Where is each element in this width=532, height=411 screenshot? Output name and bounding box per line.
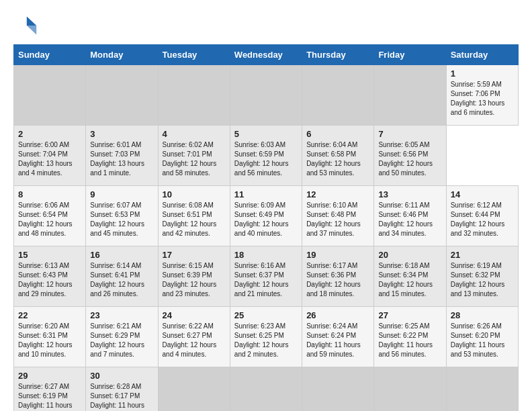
calendar-week-row: 1Sunrise: 5:59 AM Sunset: 7:06 PM Daylig… [14, 65, 519, 126]
calendar-week-row: 2Sunrise: 6:00 AM Sunset: 7:04 PM Daylig… [14, 126, 519, 186]
day-number: 11 [234, 189, 298, 199]
calendar-cell [158, 367, 230, 412]
header-row: SundayMondayTuesdayWednesdayThursdayFrid… [14, 45, 519, 65]
cell-content: Sunrise: 6:02 AM Sunset: 7:01 PM Dayligh… [163, 140, 226, 178]
calendar-cell [230, 65, 302, 126]
cell-content: Sunrise: 6:07 AM Sunset: 6:53 PM Dayligh… [90, 201, 153, 238]
cell-content: Sunrise: 6:10 AM Sunset: 6:48 PM Dayligh… [306, 201, 369, 238]
calendar-cell: 27Sunrise: 6:25 AM Sunset: 6:22 PM Dayli… [374, 307, 446, 367]
cell-content: Sunrise: 6:08 AM Sunset: 6:51 PM Dayligh… [163, 201, 226, 238]
calendar-cell: 29Sunrise: 6:27 AM Sunset: 6:19 PM Dayli… [14, 367, 86, 412]
logo-icon [13, 13, 38, 38]
svg-marker-0 [27, 17, 36, 26]
header [13, 13, 519, 38]
calendar-cell: 26Sunrise: 6:24 AM Sunset: 6:24 PM Dayli… [302, 307, 374, 367]
calendar-cell: 4Sunrise: 6:02 AM Sunset: 7:01 PM Daylig… [158, 126, 230, 186]
cell-content: Sunrise: 6:05 AM Sunset: 6:56 PM Dayligh… [378, 140, 441, 178]
cell-content: Sunrise: 6:24 AM Sunset: 6:24 PM Dayligh… [306, 322, 369, 359]
calendar-week-row: 8Sunrise: 6:06 AM Sunset: 6:54 PM Daylig… [14, 186, 519, 246]
day-number: 16 [90, 250, 153, 260]
header-day: Friday [374, 45, 446, 65]
day-number: 10 [163, 189, 226, 199]
cell-content: Sunrise: 6:15 AM Sunset: 6:39 PM Dayligh… [163, 261, 226, 299]
calendar-cell: 6Sunrise: 6:04 AM Sunset: 6:58 PM Daylig… [302, 126, 374, 186]
calendar-cell [302, 65, 374, 126]
cell-content: Sunrise: 6:09 AM Sunset: 6:49 PM Dayligh… [234, 201, 298, 238]
calendar-cell: 17Sunrise: 6:15 AM Sunset: 6:39 PM Dayli… [158, 246, 230, 307]
day-number: 28 [451, 310, 514, 320]
cell-content: Sunrise: 6:26 AM Sunset: 6:20 PM Dayligh… [451, 322, 514, 359]
day-number: 24 [163, 310, 226, 320]
calendar-cell [14, 65, 86, 126]
day-number: 14 [451, 189, 514, 199]
cell-content: Sunrise: 6:00 AM Sunset: 7:04 PM Dayligh… [18, 140, 81, 178]
calendar-cell: 24Sunrise: 6:22 AM Sunset: 6:27 PM Dayli… [158, 307, 230, 367]
calendar-cell: 5Sunrise: 6:03 AM Sunset: 6:59 PM Daylig… [230, 126, 302, 186]
day-number: 22 [18, 310, 81, 320]
day-number: 26 [306, 310, 369, 320]
cell-content: Sunrise: 6:03 AM Sunset: 6:59 PM Dayligh… [234, 140, 298, 178]
calendar-cell: 12Sunrise: 6:10 AM Sunset: 6:48 PM Dayli… [302, 186, 374, 246]
day-number: 21 [451, 250, 514, 260]
day-number: 9 [90, 189, 153, 199]
calendar-cell: 10Sunrise: 6:08 AM Sunset: 6:51 PM Dayli… [158, 186, 230, 246]
header-day: Thursday [302, 45, 374, 65]
calendar-cell: 14Sunrise: 6:12 AM Sunset: 6:44 PM Dayli… [446, 186, 518, 246]
calendar-cell: 13Sunrise: 6:11 AM Sunset: 6:46 PM Dayli… [374, 186, 446, 246]
calendar-week-row: 15Sunrise: 6:13 AM Sunset: 6:43 PM Dayli… [14, 246, 519, 307]
calendar-cell: 25Sunrise: 6:23 AM Sunset: 6:25 PM Dayli… [230, 307, 302, 367]
day-number: 20 [378, 250, 441, 260]
calendar-cell [374, 65, 446, 126]
cell-content: Sunrise: 6:21 AM Sunset: 6:29 PM Dayligh… [90, 322, 153, 359]
calendar-week-row: 29Sunrise: 6:27 AM Sunset: 6:19 PM Dayli… [14, 367, 519, 412]
day-number: 15 [18, 250, 81, 260]
cell-content: Sunrise: 6:12 AM Sunset: 6:44 PM Dayligh… [451, 201, 514, 238]
day-number: 5 [234, 129, 298, 139]
cell-content: Sunrise: 6:27 AM Sunset: 6:19 PM Dayligh… [18, 382, 81, 411]
calendar-cell: 28Sunrise: 6:26 AM Sunset: 6:20 PM Dayli… [446, 307, 518, 367]
day-number: 13 [378, 189, 441, 199]
day-number: 8 [18, 189, 81, 199]
day-number: 30 [90, 371, 153, 381]
calendar-cell: 16Sunrise: 6:14 AM Sunset: 6:41 PM Dayli… [86, 246, 158, 307]
cell-content: Sunrise: 6:13 AM Sunset: 6:43 PM Dayligh… [18, 261, 81, 299]
calendar-cell: 30Sunrise: 6:28 AM Sunset: 6:17 PM Dayli… [86, 367, 158, 412]
svg-marker-1 [27, 26, 36, 35]
calendar-week-row: 22Sunrise: 6:20 AM Sunset: 6:31 PM Dayli… [14, 307, 519, 367]
calendar-cell: 9Sunrise: 6:07 AM Sunset: 6:53 PM Daylig… [86, 186, 158, 246]
calendar-cell [374, 367, 446, 412]
calendar-cell: 22Sunrise: 6:20 AM Sunset: 6:31 PM Dayli… [14, 307, 86, 367]
cell-content: Sunrise: 6:04 AM Sunset: 6:58 PM Dayligh… [306, 140, 369, 178]
calendar-cell [158, 65, 230, 126]
day-number: 2 [18, 129, 81, 139]
cell-content: Sunrise: 6:18 AM Sunset: 6:34 PM Dayligh… [378, 261, 441, 299]
header-day: Tuesday [158, 45, 230, 65]
header-day: Sunday [14, 45, 86, 65]
cell-content: Sunrise: 6:06 AM Sunset: 6:54 PM Dayligh… [18, 201, 81, 238]
day-number: 1 [451, 68, 514, 79]
day-number: 7 [378, 129, 441, 139]
day-number: 12 [306, 189, 369, 199]
day-number: 17 [163, 250, 226, 260]
day-number: 6 [306, 129, 369, 139]
cell-content: Sunrise: 6:14 AM Sunset: 6:41 PM Dayligh… [90, 261, 153, 299]
cell-content: Sunrise: 6:20 AM Sunset: 6:31 PM Dayligh… [18, 322, 81, 359]
cell-content: Sunrise: 6:22 AM Sunset: 6:27 PM Dayligh… [163, 322, 226, 359]
calendar-cell [446, 367, 518, 412]
cell-content: Sunrise: 5:59 AM Sunset: 7:06 PM Dayligh… [451, 80, 514, 118]
cell-content: Sunrise: 6:23 AM Sunset: 6:25 PM Dayligh… [234, 322, 298, 359]
calendar-cell: 23Sunrise: 6:21 AM Sunset: 6:29 PM Dayli… [86, 307, 158, 367]
calendar-cell [86, 65, 158, 126]
header-day: Saturday [446, 45, 518, 65]
cell-content: Sunrise: 6:28 AM Sunset: 6:17 PM Dayligh… [90, 382, 153, 411]
day-number: 3 [90, 129, 153, 139]
header-day: Monday [86, 45, 158, 65]
calendar-cell [302, 367, 374, 412]
calendar-cell: 8Sunrise: 6:06 AM Sunset: 6:54 PM Daylig… [14, 186, 86, 246]
day-number: 4 [163, 129, 226, 139]
calendar-cell: 3Sunrise: 6:01 AM Sunset: 7:03 PM Daylig… [86, 126, 158, 186]
cell-content: Sunrise: 6:25 AM Sunset: 6:22 PM Dayligh… [378, 322, 441, 359]
calendar-table: SundayMondayTuesdayWednesdayThursdayFrid… [13, 44, 519, 411]
cell-content: Sunrise: 6:17 AM Sunset: 6:36 PM Dayligh… [306, 261, 369, 299]
day-number: 27 [378, 310, 441, 320]
